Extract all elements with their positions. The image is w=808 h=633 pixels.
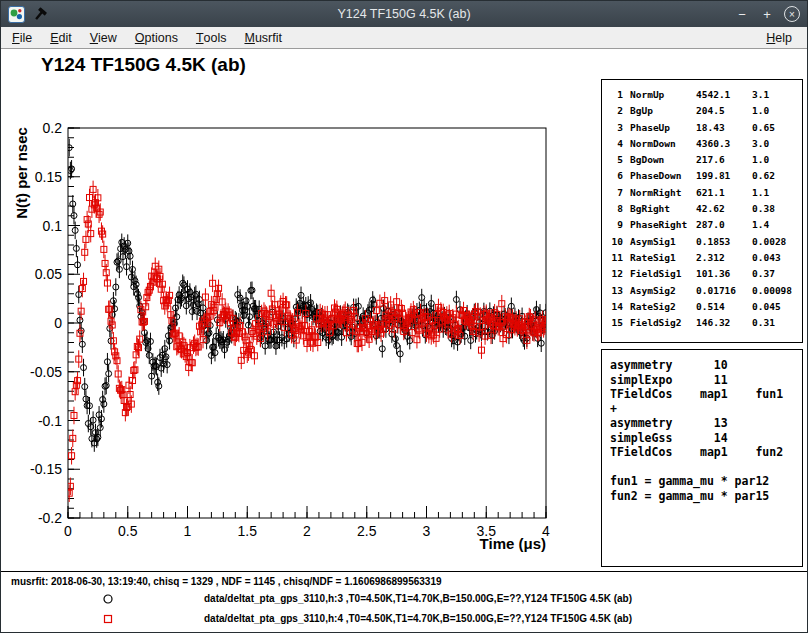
param-num: 8 (609, 201, 623, 217)
close-button[interactable]: × (784, 6, 800, 22)
param-pname: PhaseDown (630, 168, 696, 184)
param-perr: 1.4 (752, 217, 799, 233)
param-perr: 0.045 (752, 299, 799, 315)
param-pval: 621.1 (696, 185, 752, 201)
theory-line: + (610, 402, 802, 417)
theory-panel: asymmetry 10simplExpo 11TFieldCos map1 f… (601, 349, 803, 567)
y-tick-label: 0.2 (43, 120, 63, 136)
legend-entry: data/deltat_pta_gps_3110,h:3 ,T0=4.50K,T… (1, 589, 807, 609)
param-pval: 0.01716 (696, 283, 752, 299)
param-num: 1 (609, 87, 623, 103)
param-num: 4 (609, 136, 623, 152)
param-pname: AsymSig2 (630, 283, 696, 299)
param-pname: PhaseRight (630, 217, 696, 233)
legend-label: data/deltat_pta_gps_3110,h:4 ,T0=4.50K,T… (204, 613, 632, 624)
param-num: 13 (609, 283, 623, 299)
param-pval: 199.81 (696, 168, 752, 184)
param-row: 7NormRight621.11.1 (609, 185, 799, 201)
window-title: Y124 TF150G 4.5K (ab) (1, 7, 807, 21)
plot-area[interactable]: 00.511.522.533.540.20.150.10.050-0.05-0.… (1, 49, 601, 564)
menu-tools[interactable]: Tools (187, 27, 236, 48)
menu-options[interactable]: Options (126, 27, 187, 48)
canvas: Y124 TF150G 4.5K (ab) 00.511.522.533.540… (1, 49, 807, 632)
param-perr: 1.0 (752, 103, 799, 119)
y-tick-label: 0.15 (35, 169, 62, 185)
param-row: 6PhaseDown199.810.62 (609, 168, 799, 184)
legend: data/deltat_pta_gps_3110,h:3 ,T0=4.50K,T… (1, 589, 807, 629)
titlebar[interactable]: Y124 TF150G 4.5K (ab) − + × (1, 1, 807, 27)
param-num: 5 (609, 152, 623, 168)
data-series-square (66, 181, 549, 502)
y-tick-label: -0.1 (38, 413, 62, 429)
hammer-icon (31, 6, 48, 23)
param-row: 4NormDown4360.33.0 (609, 136, 799, 152)
param-pname: PhaseUp (630, 120, 696, 136)
x-tick-label: 0.5 (118, 523, 138, 539)
menu-file[interactable]: File (3, 27, 41, 48)
menu-view[interactable]: View (81, 27, 126, 48)
app-icon (8, 6, 25, 23)
circle-marker-icon (101, 592, 115, 606)
menu-help[interactable]: Help (757, 31, 801, 45)
param-row: 13AsymSig20.017160.00098 (609, 283, 799, 299)
theory-line: TFieldCos map1 fun1 (610, 387, 802, 402)
parameter-table: 1NormUp4542.13.12BgUp204.51.03PhaseUp18.… (609, 87, 799, 331)
param-pval: 0.514 (696, 299, 752, 315)
legend-label: data/deltat_pta_gps_3110,h:3 ,T0=4.50K,T… (204, 593, 632, 604)
param-pval: 0.1853 (696, 234, 752, 250)
data-series-circle (66, 139, 549, 452)
param-perr: 0.043 (752, 250, 799, 266)
param-perr: 3.0 (752, 136, 799, 152)
legend-entry: data/deltat_pta_gps_3110,h:4 ,T0=4.50K,T… (1, 609, 807, 629)
param-pval: 4360.3 (696, 136, 752, 152)
param-num: 10 (609, 234, 623, 250)
y-tick-label: 0.05 (35, 266, 62, 282)
param-row: 9PhaseRight287.01.4 (609, 217, 799, 233)
y-tick-label: 0 (54, 315, 62, 331)
x-tick-label: 3 (423, 523, 431, 539)
x-tick-label: 2.5 (357, 523, 377, 539)
param-num: 6 (609, 168, 623, 184)
param-perr: 1.0 (752, 152, 799, 168)
y-axis-title: N(t) per nsec (13, 127, 30, 219)
param-pname: FieldSig2 (630, 315, 696, 331)
square-marker-icon (101, 612, 115, 626)
param-pname: NormDown (630, 136, 696, 152)
theory-line: fun2 = gamma_mu * par15 (610, 489, 802, 504)
param-num: 11 (609, 250, 623, 266)
param-pval: 42.62 (696, 201, 752, 217)
param-pval: 217.6 (696, 152, 752, 168)
param-perr: 0.31 (752, 315, 799, 331)
param-num: 2 (609, 103, 623, 119)
x-tick-label: 0 (64, 523, 72, 539)
menubar-items: FileEditViewOptionsToolsMusrfit (1, 27, 291, 48)
param-pname: AsymSig1 (630, 234, 696, 250)
theory-line: asymmetry 10 (610, 358, 802, 373)
theory-line (610, 460, 802, 475)
maximize-button[interactable]: + (759, 6, 775, 22)
menu-musrfit[interactable]: Musrfit (235, 27, 291, 48)
param-pname: FieldSig1 (630, 266, 696, 282)
separator-line (1, 571, 807, 572)
param-pval: 204.5 (696, 103, 752, 119)
y-tick-label: -0.2 (38, 510, 62, 526)
minimize-button[interactable]: − (734, 6, 750, 22)
param-num: 15 (609, 315, 623, 331)
param-num: 3 (609, 120, 623, 136)
param-pname: BgRight (630, 201, 696, 217)
param-perr: 0.65 (752, 120, 799, 136)
theory-block: asymmetry 10simplExpo 11TFieldCos map1 f… (610, 358, 802, 503)
menu-edit[interactable]: Edit (41, 27, 81, 48)
y-tick-label: -0.15 (30, 461, 62, 477)
param-pval: 2.312 (696, 250, 752, 266)
param-perr: 0.62 (752, 168, 799, 184)
param-perr: 0.38 (752, 201, 799, 217)
param-row: 15FieldSig2146.320.31 (609, 315, 799, 331)
param-perr: 0.37 (752, 266, 799, 282)
y-tick-label: 0.1 (43, 218, 63, 234)
param-pval: 101.36 (696, 266, 752, 282)
x-axis-title: Time (μs) (480, 535, 546, 552)
x-tick-label: 1 (184, 523, 192, 539)
theory-line: fun1 = gamma_mu * par12 (610, 474, 802, 489)
param-perr: 0.0028 (752, 234, 799, 250)
